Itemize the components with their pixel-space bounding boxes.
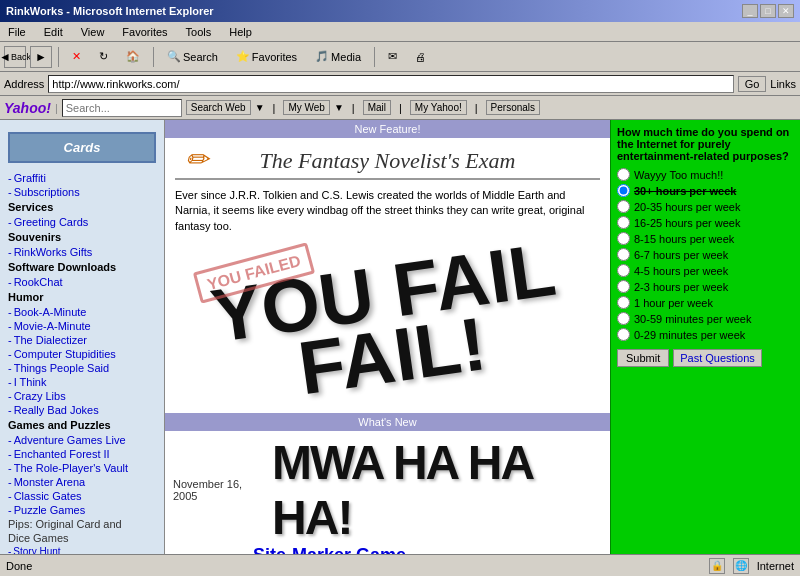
sidebar-link-greeting-cards[interactable]: Greeting Cards — [0, 215, 164, 229]
toolbar: ◄ Back ► ✕ ↻ 🏠 🔍 Search ⭐ Favorites 🎵 Me… — [0, 42, 800, 72]
home-button[interactable]: 🏠 — [119, 47, 147, 66]
poll-radio-9[interactable] — [617, 312, 630, 325]
menu-edit[interactable]: Edit — [40, 25, 67, 39]
sidebar-link-rookchat[interactable]: RookChat — [0, 275, 164, 289]
yahoo-personals-button[interactable]: Personals — [486, 100, 540, 115]
stop-icon: ✕ — [72, 50, 81, 63]
sidebar-section-games: Games and Puzzles — [0, 417, 164, 433]
sidebar-link-things-people-said[interactable]: Things People Said — [0, 361, 164, 375]
sidebar-link-subscriptions[interactable]: Subscriptions — [0, 185, 164, 199]
poll-panel: How much time do you spend on the Intern… — [610, 120, 800, 554]
sidebar-section-services: Services — [0, 199, 164, 215]
poll-radio-7[interactable] — [617, 280, 630, 293]
mail-icon: ✉ — [388, 50, 397, 63]
exam-title: The Fantasy Novelist's Exam — [260, 148, 516, 173]
yahoo-separator4: ▼ — [334, 102, 344, 113]
search-button[interactable]: 🔍 Search — [160, 47, 225, 66]
sidebar-link-monster-arena[interactable]: Monster Arena — [0, 475, 164, 489]
poll-label-6: 4-5 hours per week — [634, 265, 728, 277]
poll-option-5: 6-7 hours per week — [617, 248, 794, 261]
sidebar-link-movie-a-minute[interactable]: Movie-A-Minute — [0, 319, 164, 333]
new-feature-bar: New Feature! — [165, 120, 610, 138]
refresh-button[interactable]: ↻ — [92, 47, 115, 66]
sidebar-link-classic-gates[interactable]: Classic Gates — [0, 489, 164, 503]
yahoo-logo: Yahoo! — [4, 100, 51, 116]
address-input[interactable] — [48, 75, 733, 93]
print-button[interactable]: 🖨 — [408, 48, 433, 66]
poll-radio-1[interactable] — [617, 184, 630, 197]
forward-button[interactable]: ► — [30, 46, 52, 68]
maximize-button[interactable]: □ — [760, 4, 776, 18]
sidebar-link-crazy-libs[interactable]: Crazy Libs — [0, 389, 164, 403]
poll-label-9: 30-59 minutes per week — [634, 313, 751, 325]
sidebar-link-i-think[interactable]: I Think — [0, 375, 164, 389]
status-bar: Done 🔒 🌐 Internet — [0, 554, 800, 576]
poll-past-button[interactable]: Past Questions — [673, 349, 762, 367]
yahoo-separator3: | — [273, 102, 276, 114]
yahoo-my-yahoo-button[interactable]: My Yahoo! — [410, 100, 467, 115]
sidebar-section-software-downloads: Software Downloads — [0, 259, 164, 275]
media-button[interactable]: 🎵 Media — [308, 47, 368, 66]
yahoo-my-web-button[interactable]: My Web — [283, 100, 330, 115]
poll-option-1: 30+ hours per week — [617, 184, 794, 197]
menu-bar: File Edit View Favorites Tools Help — [0, 22, 800, 42]
poll-radio-8[interactable] — [617, 296, 630, 309]
sidebar-link-enchanted-forest[interactable]: Enchanted Forest II — [0, 447, 164, 461]
status-zone: Internet — [757, 560, 794, 572]
yahoo-search-input[interactable] — [62, 99, 182, 117]
sidebar-link-graffiti[interactable]: Graffiti — [0, 171, 164, 185]
refresh-icon: ↻ — [99, 50, 108, 63]
forward-icon: ► — [35, 50, 47, 64]
yahoo-search-web-button[interactable]: Search Web — [186, 100, 251, 115]
sidebar-link-really-bad-jokes[interactable]: Really Bad Jokes — [0, 403, 164, 417]
mail-button[interactable]: ✉ — [381, 47, 404, 66]
whats-new-bar: What's New — [165, 413, 610, 431]
title-bar: RinkWorks - Microsoft Internet Explorer … — [0, 0, 800, 22]
sidebar-link-puzzle-games[interactable]: Puzzle Games — [0, 503, 164, 517]
sidebar-link-dialectizer[interactable]: The Dialectizer — [0, 333, 164, 347]
poll-label-5: 6-7 hours per week — [634, 249, 728, 261]
poll-option-3: 16-25 hours per week — [617, 216, 794, 229]
status-icon-globe: 🌐 — [733, 558, 749, 574]
poll-submit-button[interactable]: Submit — [617, 349, 669, 367]
poll-radio-0[interactable] — [617, 168, 630, 181]
exam-title-arrow: ✏ — [185, 143, 208, 176]
poll-label-8: 1 hour per week — [634, 297, 713, 309]
main-container: Cards Graffiti Subscriptions Services Gr… — [0, 120, 800, 554]
back-button[interactable]: ◄ Back — [4, 46, 26, 68]
poll-label-1: 30+ hours per week — [634, 185, 736, 197]
poll-radio-10[interactable] — [617, 328, 630, 341]
minimize-button[interactable]: _ — [742, 4, 758, 18]
poll-buttons: Submit Past Questions — [617, 349, 794, 367]
menu-help[interactable]: Help — [225, 25, 256, 39]
links-button[interactable]: Links — [770, 78, 796, 90]
close-button[interactable]: ✕ — [778, 4, 794, 18]
poll-radio-5[interactable] — [617, 248, 630, 261]
menu-view[interactable]: View — [77, 25, 109, 39]
sidebar-link-role-player[interactable]: The Role-Player's Vault — [0, 461, 164, 475]
search-icon: 🔍 — [167, 50, 181, 63]
sidebar-link-rinkworks-gifts[interactable]: RinkWorks Gifts — [0, 245, 164, 259]
separator — [58, 47, 59, 67]
address-label: Address — [4, 78, 44, 90]
favorites-icon: ⭐ — [236, 50, 250, 63]
sidebar-link-adventure-games[interactable]: Adventure Games Live — [0, 433, 164, 447]
search-label: Search — [183, 51, 218, 63]
menu-tools[interactable]: Tools — [182, 25, 216, 39]
poll-radio-6[interactable] — [617, 264, 630, 277]
menu-favorites[interactable]: Favorites — [118, 25, 171, 39]
go-button[interactable]: Go — [738, 76, 767, 92]
menu-file[interactable]: File — [4, 25, 30, 39]
title-bar-buttons[interactable]: _ □ ✕ — [742, 4, 794, 18]
yahoo-mail-button[interactable]: Mail — [363, 100, 391, 115]
favorites-button[interactable]: ⭐ Favorites — [229, 47, 304, 66]
poll-label-7: 2-3 hours per week — [634, 281, 728, 293]
stop-button[interactable]: ✕ — [65, 47, 88, 66]
sidebar-link-book-a-minute[interactable]: Book-A-Minute — [0, 305, 164, 319]
sidebar-link-story-hunt[interactable]: Story Hunt — [0, 545, 164, 554]
window-title: RinkWorks - Microsoft Internet Explorer — [6, 5, 214, 17]
poll-radio-3[interactable] — [617, 216, 630, 229]
poll-radio-4[interactable] — [617, 232, 630, 245]
poll-radio-2[interactable] — [617, 200, 630, 213]
sidebar-link-computer-stupidities[interactable]: Computer Stupidities — [0, 347, 164, 361]
